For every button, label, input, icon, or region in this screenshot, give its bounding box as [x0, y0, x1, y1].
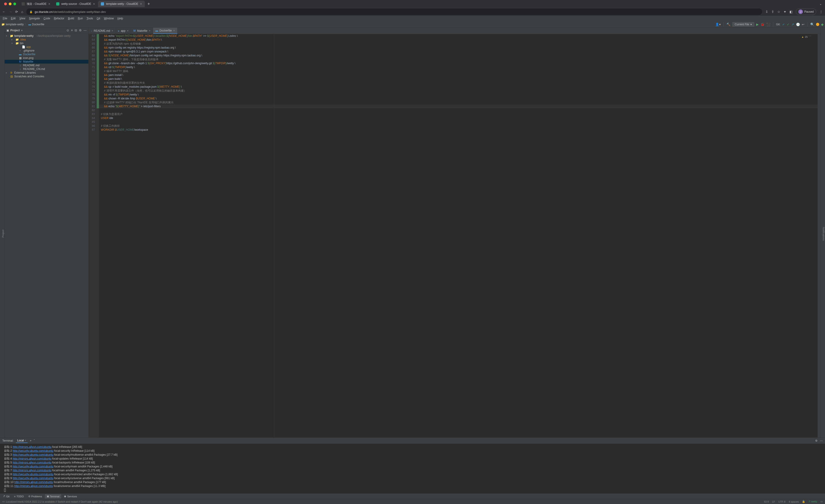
build-icon[interactable]: 🔨: [727, 22, 730, 26]
tree-file-app[interactable]: 📄app: [5, 45, 88, 49]
indent-config[interactable]: 4 spaces: [789, 500, 799, 503]
add-user-icon[interactable]: 👤▾: [715, 22, 721, 26]
git-history-icon[interactable]: 🕓: [796, 22, 800, 26]
todo-tool-tab[interactable]: ≡ TODO: [12, 494, 25, 498]
minimap[interactable]: [818, 34, 820, 437]
branch-indicator[interactable]: ↱ wetty: [808, 500, 817, 503]
notifications-tool-label[interactable]: Notifications: [822, 227, 825, 241]
services-tool-tab[interactable]: ◉ Services: [62, 494, 79, 498]
close-tab-icon[interactable]: ×: [140, 2, 142, 6]
editor-tab[interactable]: ▸app×: [116, 28, 131, 34]
chevron-down-icon[interactable]: ˇ: [34, 439, 35, 442]
memory-icon[interactable]: ▭: [820, 500, 823, 503]
run-config-select[interactable]: Current File ▾: [732, 22, 755, 27]
tree-external-libs[interactable]: ▸⊪External Libraries: [5, 71, 88, 75]
terminal-output[interactable]: 获取:1 http://mirrors.aliyun.com/ubuntu fo…: [0, 444, 825, 493]
tree-root[interactable]: ▾📁 template-wetty ~/workspace/template-w…: [5, 34, 88, 38]
url-input[interactable]: 🔒 go.titanide.cn/ide/web/coding/template…: [26, 8, 762, 15]
expand-all-icon[interactable]: ≡: [71, 28, 73, 32]
menu-git[interactable]: Git: [95, 16, 101, 20]
search-icon[interactable]: 🔍: [810, 22, 814, 26]
chevron-down-icon[interactable]: ˇ: [810, 35, 811, 39]
menu-code[interactable]: Code: [42, 16, 52, 20]
tree-file-makefile[interactable]: MMakefile: [5, 60, 88, 64]
back-icon[interactable]: ←: [2, 10, 5, 14]
editor-body[interactable]: 6364656667686970717273747576777879808182…: [89, 34, 820, 437]
hide-icon[interactable]: —: [820, 439, 823, 442]
run-icon[interactable]: ▶: [756, 22, 759, 26]
close-icon[interactable]: ×: [127, 29, 129, 32]
menu-build[interactable]: Build: [67, 16, 76, 20]
sidepanel-icon[interactable]: ◧: [790, 10, 793, 14]
close-tab-icon[interactable]: ×: [93, 2, 95, 6]
reload-icon[interactable]: ⟳: [15, 10, 18, 14]
menu-file[interactable]: File: [1, 16, 8, 20]
line-separator[interactable]: LF: [772, 500, 775, 503]
breadcrumb[interactable]: 📁 template-wetty 〉 ▬ Dockerfile: [1, 22, 44, 26]
breadcrumb-root[interactable]: template-wetty: [6, 23, 24, 26]
home-icon[interactable]: ⌂: [21, 10, 23, 14]
menu-edit[interactable]: Edit: [9, 16, 17, 20]
git-tool-tab[interactable]: ↱ Git: [1, 494, 11, 498]
tree-file-gitignore[interactable]: ◦.gitignore: [5, 49, 88, 53]
profile-paused[interactable]: J Paused: [796, 8, 816, 15]
chevron-up-icon[interactable]: ˆ: [809, 35, 810, 39]
gear-icon[interactable]: ⚙: [815, 439, 818, 442]
project-title[interactable]: Project: [10, 29, 20, 32]
menu-refactor[interactable]: Refactor: [53, 16, 66, 20]
editor-tab[interactable]: MMakefile×: [131, 28, 153, 34]
git-commit-icon[interactable]: ✓: [787, 22, 790, 26]
breadcrumb-file[interactable]: Dockerfile: [32, 23, 44, 26]
hide-icon[interactable]: —: [84, 28, 86, 32]
close-tab-icon[interactable]: ×: [48, 2, 50, 6]
terminal-tab[interactable]: Local ×: [16, 438, 27, 443]
cursor-position[interactable]: 92:9: [764, 500, 769, 503]
git-update-icon[interactable]: ✓: [782, 22, 785, 26]
menu-run[interactable]: Run: [76, 16, 84, 20]
select-opened-icon[interactable]: ⊙: [67, 28, 69, 32]
menu-tools[interactable]: Tools: [85, 16, 94, 20]
tree-folder-idea[interactable]: ▸📁.idea: [5, 38, 88, 41]
bookmark-icon[interactable]: ☆: [777, 10, 780, 14]
minimize-window-icon[interactable]: [9, 3, 11, 5]
new-tab-button[interactable]: +: [145, 2, 152, 6]
browser-tab[interactable]: wetty-source - CloudIDE ×: [54, 1, 98, 7]
tree-file-icon[interactable]: ▦icon.png: [5, 56, 88, 60]
menu-view[interactable]: View: [18, 16, 27, 20]
tree-file-readme-cn[interactable]: ↓README_CN.md: [5, 67, 88, 71]
menu-navigate[interactable]: Navigate: [27, 16, 41, 20]
close-icon[interactable]: ×: [173, 29, 175, 32]
problems-tool-tab[interactable]: ⊘ Problems: [26, 494, 44, 498]
share-icon[interactable]: ⇧: [771, 10, 774, 14]
browser-tab[interactable]: 项目 - CloudIDE ×: [19, 1, 53, 7]
close-icon[interactable]: ×: [111, 29, 113, 32]
gear-icon[interactable]: ⚙: [79, 28, 82, 32]
editor-tab[interactable]: ↓README.md×: [89, 28, 116, 34]
tree-file-readme[interactable]: ↓README.md: [5, 64, 88, 67]
tree-folder-bin[interactable]: ▾📁bin: [5, 41, 88, 45]
status-message[interactable]: Localized IntelliJ IDEA 2022.2.2 is avai…: [6, 500, 118, 503]
event-log-icon[interactable]: ▭: [2, 500, 5, 503]
menu-help[interactable]: Help: [116, 16, 125, 20]
menu-window[interactable]: Window: [102, 16, 115, 20]
git-push-icon[interactable]: ↗: [792, 22, 794, 26]
project-tool-label[interactable]: Project: [2, 230, 4, 238]
code-area[interactable]: ▲ 15 ˆ ˇ && echo "export PATH=${USER_HOM…: [99, 34, 818, 437]
file-encoding[interactable]: UTF-8: [778, 500, 785, 503]
terminal-tool-tab[interactable]: ▣ Terminal: [45, 494, 62, 498]
tree-file-dockerfile[interactable]: ▬Dockerfile: [5, 53, 88, 56]
new-terminal-icon[interactable]: +: [30, 439, 31, 442]
code-with-me-icon[interactable]: ◆: [821, 22, 824, 26]
close-icon[interactable]: ×: [149, 29, 151, 32]
tab-overflow-icon[interactable]: ⌄: [818, 2, 823, 6]
menu-icon[interactable]: ⋮: [820, 10, 823, 14]
maximize-window-icon[interactable]: [13, 3, 16, 5]
extensions-icon[interactable]: ✦: [783, 10, 786, 14]
browser-tab-active[interactable]: template-wetty - CloudIDE ×: [98, 1, 145, 7]
tree-scratches[interactable]: ▤Scratches and Consoles: [5, 75, 88, 78]
event-log-icon[interactable]: [816, 23, 819, 26]
collapse-all-icon[interactable]: ⊟: [75, 28, 77, 32]
window-controls[interactable]: [2, 3, 18, 5]
editor-tab-active[interactable]: ▬Dockerfile×: [153, 28, 177, 34]
close-window-icon[interactable]: [4, 3, 7, 5]
